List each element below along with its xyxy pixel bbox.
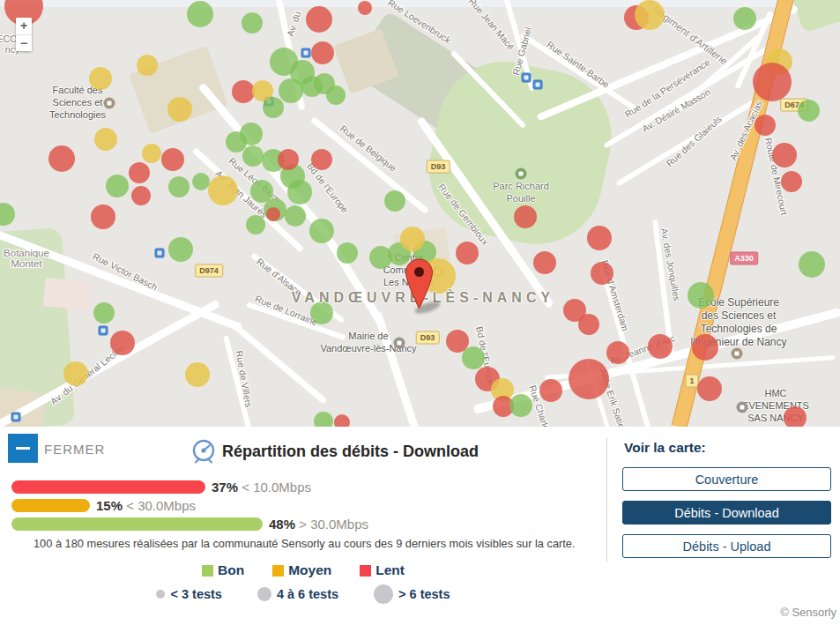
speed-test-dot <box>697 376 722 401</box>
speed-test-dot <box>509 394 532 417</box>
map-pin-icon <box>405 258 434 311</box>
map-mode-button-d-bits-upload[interactable]: Débits - Upload <box>622 534 831 558</box>
speed-test-dot <box>692 334 718 361</box>
close-panel-button[interactable] <box>8 434 38 463</box>
transit-icon <box>155 249 165 258</box>
map-mode-button-couverture[interactable]: Couverture <box>622 467 831 491</box>
speed-test-dot <box>311 149 332 170</box>
street-label: Rue des Glaieuls <box>664 114 723 168</box>
bar-threshold: < 30.0Mbps <box>123 498 196 513</box>
bar-percent: 37% <box>212 480 238 495</box>
speed-test-dot <box>784 406 807 427</box>
bar-threshold: > 30.0Mbps <box>295 517 368 532</box>
bar-percent: 48% <box>269 517 295 532</box>
speed-test-dot <box>131 186 151 205</box>
area-label: Botanique Montet <box>4 248 49 269</box>
school-icon <box>732 348 743 360</box>
legend-label: Moyen <box>288 562 331 578</box>
speed-test-dot <box>129 162 150 183</box>
panel-divider <box>606 438 607 562</box>
speed-test-dot <box>137 55 158 76</box>
legend-swatch <box>272 565 284 577</box>
speed-test-dot <box>400 227 425 251</box>
speed-test-dot <box>587 226 612 250</box>
speed-test-dot <box>0 203 15 226</box>
road-badge: D974 <box>195 264 223 278</box>
test-count-circle <box>156 590 165 599</box>
speed-test-dot <box>266 207 280 221</box>
building-block <box>43 278 92 310</box>
speed-test-dot <box>285 205 306 227</box>
distribution-bar-row: 37% < 10.0Mbps <box>11 480 593 494</box>
speed-test-dot <box>578 314 599 335</box>
speed-test-dot <box>89 67 112 90</box>
speed-test-dot <box>311 41 334 64</box>
legend-label: Lent <box>375 562 405 578</box>
speed-test-dot <box>93 302 115 324</box>
transit-icon <box>301 48 311 58</box>
park-area <box>790 0 840 33</box>
tree-icon <box>516 168 527 180</box>
sidebar-heading: Voir la carte: <box>624 440 706 456</box>
speed-test-dot <box>648 334 673 359</box>
speed-test-dot <box>569 359 609 399</box>
speed-test-dot <box>287 180 312 205</box>
speed-test-dot <box>48 145 75 172</box>
distribution-bar-row: 48% > 30.0Mbps <box>11 517 593 531</box>
transit-icon <box>11 413 21 422</box>
speed-test-dot <box>263 97 284 118</box>
speed-test-dot <box>772 143 797 167</box>
distribution-bar-row: 15% < 30.0Mbps <box>11 499 593 512</box>
size-legend-label: > 6 tests <box>398 587 450 601</box>
panel-title: Répartition des débits - Download <box>222 443 479 461</box>
speed-test-dot <box>168 176 190 197</box>
road-segment <box>374 311 420 427</box>
speed-test-dot <box>185 362 210 387</box>
close-panel-label: FERMER <box>44 442 105 457</box>
map-mode-button-d-bits-download[interactable]: Débits - Download <box>622 501 831 525</box>
speed-test-dot <box>63 361 88 386</box>
distribution-bar-label: 37% < 10.0Mbps <box>212 480 311 494</box>
speed-test-dot <box>314 412 333 427</box>
speed-test-dot <box>168 237 193 262</box>
sensorly-coverage-page: Rue de BelgiqueBd de l'EuropeRue de Gemb… <box>0 0 840 625</box>
street-label: Av. du <box>285 10 302 37</box>
quality-legend: BonMoyenLent <box>0 562 606 578</box>
legend-item: Lent <box>360 562 405 578</box>
speed-test-dot <box>246 215 265 234</box>
map-canvas[interactable]: Rue de BelgiqueBd de l'EuropeRue de Gemb… <box>0 0 840 427</box>
copyright-label: © Sensorly <box>780 606 836 619</box>
map-tile-strip <box>0 0 840 7</box>
speed-test-dot <box>208 175 238 205</box>
road-badge: 1 <box>685 375 698 388</box>
zoom-out-button[interactable]: − <box>16 35 32 52</box>
speed-test-dot <box>753 63 792 101</box>
speed-test-dot <box>781 171 802 192</box>
legend-swatch <box>202 565 213 577</box>
speed-test-dot <box>167 97 192 122</box>
speed-test-dot <box>591 262 613 285</box>
speed-test-dot <box>161 148 184 171</box>
transit-icon <box>99 326 108 336</box>
distribution-bar-label: 15% < 30.0Mbps <box>96 499 196 512</box>
speed-test-dot <box>106 175 129 197</box>
speed-test-dot <box>456 242 479 264</box>
distribution-bar <box>11 517 263 531</box>
speed-test-dot <box>462 346 485 369</box>
road-badge: D93 <box>427 160 450 174</box>
zoom-in-button[interactable]: + <box>16 18 32 35</box>
street-label: Bd de l'Europe <box>305 160 351 214</box>
speed-test-dot <box>187 1 213 27</box>
speed-test-dot <box>688 282 714 309</box>
speed-test-dot <box>91 205 115 229</box>
speed-test-dot <box>635 0 665 30</box>
speedometer-icon <box>191 439 216 464</box>
distribution-bar <box>11 480 205 494</box>
legend-item: Moyen <box>272 562 331 578</box>
distribution-bar <box>11 499 90 512</box>
bar-percent: 15% <box>96 498 123 513</box>
test-count-circle <box>374 584 393 604</box>
road-badge: A330 <box>730 252 758 265</box>
transit-icon <box>522 73 532 83</box>
speed-test-dot <box>242 145 264 167</box>
